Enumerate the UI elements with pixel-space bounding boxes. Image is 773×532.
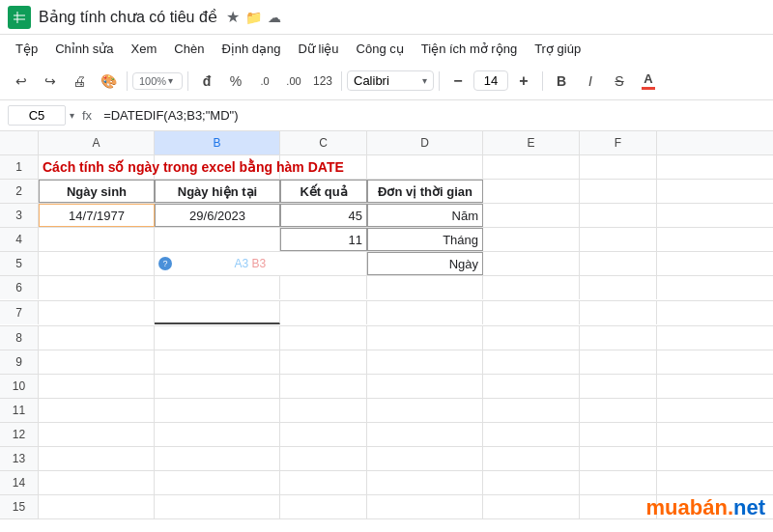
inc-decimal-button[interactable]: .00	[280, 68, 307, 95]
col-header-c[interactable]: C	[280, 131, 367, 154]
row-num-10[interactable]: 10	[0, 375, 39, 398]
cell-d1[interactable]	[367, 155, 483, 179]
cell-b6[interactable]	[155, 276, 280, 299]
row-num-9[interactable]: 9	[0, 350, 39, 374]
cell-b12[interactable]	[155, 423, 280, 446]
print-button[interactable]: 🖨	[66, 68, 93, 95]
cell-f1[interactable]	[580, 155, 657, 179]
row-num-3[interactable]: 3	[0, 204, 39, 227]
cell-f5[interactable]	[580, 252, 657, 275]
row-num-8[interactable]: 8	[0, 326, 39, 350]
cell-b15[interactable]	[155, 495, 280, 518]
paint-format-button[interactable]: 🎨	[95, 68, 122, 95]
cell-b8[interactable]	[155, 326, 280, 350]
row-num-5[interactable]: 5	[0, 252, 39, 275]
cell-f8[interactable]	[580, 326, 657, 350]
cell-c7[interactable]	[280, 301, 367, 324]
cell-e5[interactable]	[483, 252, 580, 275]
cell-e2[interactable]	[483, 180, 580, 203]
cell-e1[interactable]	[483, 155, 580, 179]
cell-a7[interactable]	[39, 301, 155, 324]
cell-e3[interactable]	[483, 204, 580, 227]
cell-d14[interactable]	[367, 471, 483, 494]
cell-a14[interactable]	[39, 471, 155, 494]
cell-e7[interactable]	[483, 301, 580, 324]
cell-e15[interactable]	[483, 495, 580, 518]
cell-a1[interactable]: Cách tính số ngày trong excel bằng hàm D…	[39, 155, 155, 179]
cell-f7[interactable]	[580, 301, 657, 324]
row-num-13[interactable]: 13	[0, 447, 39, 470]
col-header-b[interactable]: B	[155, 131, 280, 154]
cell-a12[interactable]	[39, 423, 155, 446]
menu-dinh-dang[interactable]: Định dạng	[214, 39, 288, 59]
cell-b11[interactable]	[155, 399, 280, 422]
cell-c11[interactable]	[280, 399, 367, 422]
cell-b9[interactable]	[155, 350, 280, 374]
row-num-1[interactable]: 1	[0, 155, 39, 179]
cell-b2[interactable]: Ngày hiện tại	[155, 180, 280, 203]
cell-f11[interactable]	[580, 399, 657, 422]
cell-f13[interactable]	[580, 447, 657, 470]
cell-c8[interactable]	[280, 326, 367, 350]
cell-a2[interactable]: Ngày sinh	[39, 180, 155, 203]
cell-e11[interactable]	[483, 399, 580, 422]
cell-a8[interactable]	[39, 326, 155, 350]
cell-c6[interactable]	[280, 276, 367, 299]
cell-a15[interactable]	[39, 495, 155, 518]
cell-c14[interactable]	[280, 471, 367, 494]
cell-a5[interactable]	[39, 252, 155, 275]
cell-b4[interactable]	[155, 228, 280, 251]
cell-d6[interactable]	[367, 276, 483, 299]
row-num-6[interactable]: 6	[0, 276, 39, 299]
num-format-button[interactable]: 123	[309, 68, 336, 95]
col-header-d[interactable]: D	[367, 131, 483, 154]
cell-b14[interactable]	[155, 471, 280, 494]
cell-c3[interactable]: 45	[280, 204, 367, 227]
cell-c15[interactable]	[280, 495, 367, 518]
cell-d10[interactable]	[367, 375, 483, 398]
menu-du-lieu[interactable]: Dữ liệu	[291, 39, 347, 59]
cell-d4[interactable]: Tháng	[367, 228, 483, 251]
col-header-a[interactable]: A	[39, 131, 155, 154]
font-size-input[interactable]: 14	[473, 70, 508, 91]
cell-a4[interactable]	[39, 228, 155, 251]
cell-f2[interactable]	[580, 180, 657, 203]
cell-d9[interactable]	[367, 350, 483, 374]
cell-d7[interactable]	[367, 301, 483, 324]
font-selector[interactable]: Calibri ▾	[347, 70, 434, 91]
cell-a13[interactable]	[39, 447, 155, 470]
percent-button[interactable]: %	[222, 68, 249, 95]
cell-b13[interactable]	[155, 447, 280, 470]
row-num-14[interactable]: 14	[0, 471, 39, 494]
cell-e8[interactable]	[483, 326, 580, 350]
star-icon[interactable]: ★	[226, 8, 240, 26]
menu-xem[interactable]: Xem	[124, 39, 165, 59]
cell-d8[interactable]	[367, 326, 483, 350]
menu-cong-cu[interactable]: Công cụ	[349, 39, 412, 59]
col-header-e[interactable]: E	[483, 131, 580, 154]
font-size-increase-button[interactable]: +	[510, 68, 537, 95]
text-color-button[interactable]: A	[635, 68, 662, 95]
currency-button[interactable]: đ	[193, 68, 220, 95]
cell-d11[interactable]	[367, 399, 483, 422]
cell-f14[interactable]	[580, 471, 657, 494]
col-header-f[interactable]: F	[580, 131, 657, 154]
row-num-4[interactable]: 4	[0, 228, 39, 251]
doc-title[interactable]: Bảng tính chưa có tiêu đề	[39, 8, 217, 26]
cell-f9[interactable]	[580, 350, 657, 374]
bold-button[interactable]: B	[548, 68, 575, 95]
cell-a9[interactable]	[39, 350, 155, 374]
cell-c12[interactable]	[280, 423, 367, 446]
strikethrough-button[interactable]: S	[606, 68, 633, 95]
cell-e13[interactable]	[483, 447, 580, 470]
redo-button[interactable]: ↪	[37, 68, 64, 95]
cell-b3[interactable]: 29/6/2023	[155, 204, 280, 227]
cell-e12[interactable]	[483, 423, 580, 446]
cell-c4[interactable]: 11	[280, 228, 367, 251]
undo-button[interactable]: ↩	[8, 68, 35, 95]
zoom-selector[interactable]: 100% ▾	[132, 72, 183, 90]
cell-e4[interactable]	[483, 228, 580, 251]
cell-f6[interactable]	[580, 276, 657, 299]
italic-button[interactable]: I	[577, 68, 604, 95]
cell-c2[interactable]: Kết quả	[280, 180, 367, 203]
